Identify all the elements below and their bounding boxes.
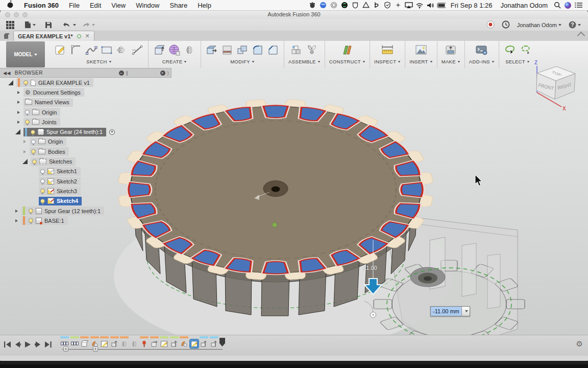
tab-close-icon[interactable]: ✕ [85,33,90,39]
dimension-input[interactable]: -11.00 mm [430,306,470,316]
menu-share[interactable]: Share [164,2,192,9]
view-cube[interactable]: TOP FRONT RIGHT Z X [526,58,582,114]
collapse-panel-icon[interactable]: ◀◀ [3,71,11,76]
timeline-extrude-feature[interactable] [170,336,179,348]
notification-center-icon[interactable] [574,1,583,9]
siri-icon[interactable] [564,1,572,9]
visibility-bulb-icon[interactable] [31,140,36,144]
tree-row-sketches[interactable]: Sketches [0,156,172,166]
create-sketch-icon[interactable] [54,43,67,57]
timeline-track[interactable]: + + [62,349,223,350]
apple-icon[interactable] [7,1,14,10]
visibility-bulb-icon[interactable] [31,149,36,154]
timeline-mirror-feature[interactable] [130,336,139,348]
status-app-icon[interactable] [308,1,317,9]
extrude-icon[interactable] [153,43,166,57]
tree-row-bodies[interactable]: Bodies [0,147,172,156]
tree-row-root[interactable]: GEAR EXAMPLE v1 [0,78,172,87]
gear-center-hub[interactable] [263,181,288,197]
panel-plus-button[interactable]: + [160,71,165,76]
chevron-right-icon[interactable] [15,219,18,222]
panel-minus-button[interactable]: − [119,71,124,76]
timeline-step-forward-button[interactable] [35,340,41,350]
dimension-dropdown-button[interactable] [461,307,470,316]
timeline-settings-gear-icon[interactable]: ⚙ [576,339,583,349]
timeline-extrude-feature[interactable] [110,336,119,348]
tree-row-joints[interactable]: Joints [0,117,172,127]
sketch-line-icon[interactable] [131,43,144,57]
status-shield-check-icon[interactable] [383,1,392,9]
menu-clock[interactable]: Fri Sep 8 1:26 [451,2,493,9]
status-drive-icon[interactable] [362,1,371,9]
chevron-right-icon[interactable] [17,121,20,124]
tree-row-sketch1[interactable]: Sketch1 [0,167,172,176]
save-button[interactable] [45,21,52,29]
status-spiral-icon[interactable] [330,1,338,9]
timeline-step-back-button[interactable] [14,340,21,350]
document-tab[interactable]: GEAR EXAMPLE v1* ✕ [13,31,94,41]
joint-icon[interactable] [305,43,318,57]
sketch-rectangle-icon[interactable] [100,43,113,57]
ribbon-group-label-make[interactable]: MAKE [442,59,460,64]
status-shield5-icon[interactable] [351,1,360,9]
chamfer-icon[interactable] [266,43,280,57]
ribbon-group-label-addins[interactable]: ADD-INS [469,59,495,64]
viewport-3d[interactable]: ◀◀ BROWSER −∥ +) GEAR EXAMPLE v1 ⚙Docume… [0,68,588,346]
expand-icon[interactable] [8,80,13,85]
construct-plane-icon[interactable] [340,43,354,57]
new-component-icon[interactable] [290,43,303,57]
press-pull-icon[interactable] [205,43,218,57]
origin-point[interactable] [273,223,277,227]
visibility-bulb-icon[interactable] [29,209,33,213]
app-grid-icon[interactable] [6,21,14,29]
visibility-bulb-icon[interactable] [29,218,33,223]
tree-row-origin[interactable]: Origin [0,107,172,117]
activate-component-icon[interactable] [109,129,115,135]
status-circle-icon[interactable] [340,1,349,9]
user-menu[interactable]: Jonathan Odom [517,22,561,28]
timeline-group-handle[interactable]: + [93,347,98,352]
redo-button[interactable] [81,21,95,28]
visibility-bulb-icon[interactable] [25,110,30,114]
undo-button[interactable] [62,21,76,28]
browser-header[interactable]: ◀◀ BROWSER −∥ +) [0,68,172,78]
record-icon[interactable] [486,20,495,30]
visibility-bulb-icon[interactable] [40,169,45,174]
sketch-fillet-icon[interactable] [69,43,83,57]
chevron-right-icon[interactable] [17,91,20,94]
chevron-right-icon[interactable] [17,111,20,114]
menu-file[interactable]: File [64,2,85,9]
expand-icon[interactable] [22,159,28,164]
ribbon-group-label-sketch[interactable]: SKETCH [86,59,111,64]
timeline-sketch-feature-selected[interactable] [190,336,199,348]
timeline-go-start-button[interactable] [4,340,11,350]
timeline-component-feature[interactable] [80,336,89,348]
chevron-right-icon[interactable] [17,101,20,104]
menu-edit[interactable]: Edit [85,2,106,9]
timeline-go-end-button[interactable] [45,340,52,350]
timeline-extrude-feature[interactable] [210,336,218,348]
timeline-sketch-feature[interactable] [100,336,109,348]
battery-icon[interactable] [437,1,446,9]
menu-user[interactable]: Jonathan Odom [500,2,548,9]
timeline-joint-edit-feature[interactable] [150,336,159,348]
tree-row-spur-gear-24[interactable]: Spur Gear (24 teeth):1 [0,127,172,136]
tree-row-sketch4[interactable]: Sketch4 [0,196,172,206]
menu-app-name[interactable]: Fusion 360 [19,2,64,9]
tree-row-sketch3[interactable]: Sketch3 [0,186,172,196]
ribbon-group-label-construct[interactable]: CONSTRUCT [329,59,365,64]
sketch-mirror-icon[interactable] [115,43,129,57]
menu-help[interactable]: Help [192,2,216,9]
menu-window[interactable]: Window [131,2,164,9]
chevron-right-icon[interactable] [23,150,26,153]
tab-list-icon[interactable] [4,32,10,41]
status-browser-icon[interactable] [319,1,328,9]
timeline-group-feature[interactable] [70,336,79,348]
measure-icon[interactable] [381,43,394,57]
sketch-spline-icon[interactable] [85,43,98,57]
spotlight-search-icon[interactable] [553,1,561,9]
visibility-bulb-icon[interactable] [23,80,28,85]
dimension-value[interactable]: -11.00 mm [431,307,461,316]
ribbon-group-label-modify[interactable]: MODIFY [230,59,255,64]
appearance-icon[interactable] [220,43,234,57]
